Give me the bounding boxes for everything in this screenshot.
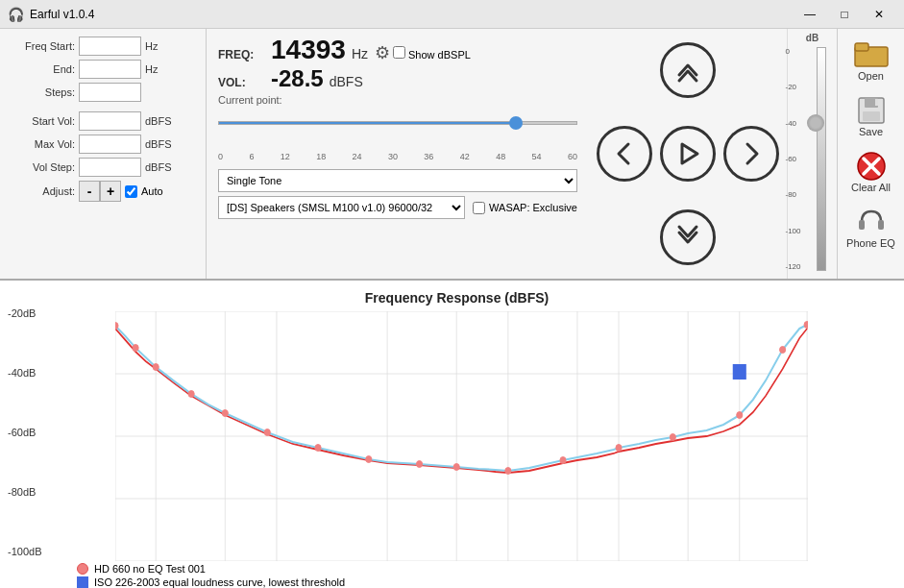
svg-point-39 (453, 464, 459, 471)
adjust-plus-button[interactable]: + (100, 181, 121, 202)
titlebar: 🎧 Earful v1.0.4 — □ ✕ (0, 0, 904, 29)
phone-eq-button[interactable]: Phone EQ (843, 202, 899, 254)
save-label: Save (859, 126, 883, 137)
y-axis-labels: -20dB -40dB -60dB -80dB -100dB (8, 307, 41, 557)
chevron-left-icon (611, 140, 638, 167)
svg-marker-0 (682, 144, 697, 163)
left-controls: Freq Start: 20 Hz End: 20000 Hz Steps: 6… (0, 29, 207, 279)
clear-all-label: Clear All (851, 182, 891, 193)
start-vol-row: Start Vol: -160 dBFS (10, 111, 196, 131)
vol-value: -28.5 (271, 67, 324, 90)
svg-point-44 (737, 412, 743, 419)
nav-right-button[interactable] (723, 126, 779, 182)
vol-step-label: Vol Step: (10, 161, 75, 173)
tick-18: 18 (316, 152, 326, 161)
svg-point-35 (264, 429, 270, 436)
y-label-80: -80dB (8, 486, 41, 498)
svg-point-34 (222, 410, 228, 417)
svg-rect-11 (878, 220, 884, 230)
slider-fill (219, 122, 516, 124)
mode-dropdown-row: Single Tone (218, 169, 577, 192)
right-toolbar: Open Save Clear A (837, 29, 904, 279)
chart-legend: HD 660 no EQ Test 001 ISO 226-2003 equal… (77, 563, 345, 588)
close-button[interactable]: ✕ (862, 0, 896, 29)
open-icon (854, 39, 889, 70)
svg-point-41 (560, 457, 566, 464)
steps-input[interactable]: 64 (79, 83, 141, 102)
freq-value: 14393 (271, 37, 346, 63)
current-point-label: Current point: (218, 94, 577, 106)
svg-point-32 (153, 364, 159, 371)
device-dropdown-row: [DS] Speakers (SMSL M100 v1.0) 96000/32 … (218, 196, 577, 219)
slider-thumb[interactable] (509, 116, 523, 130)
db-scale-bar (817, 47, 826, 271)
nav-play-button[interactable] (660, 126, 716, 182)
y-label-60: -60dB (8, 427, 41, 438)
nav-down-button[interactable] (660, 209, 716, 265)
settings-icon[interactable]: ⚙ (375, 42, 390, 63)
steps-row: Steps: 64 (10, 83, 196, 102)
db-scale-labels: 0 -20 -40 -60 -80 -100 -120 (786, 47, 801, 271)
max-vol-input[interactable]: -20 (79, 135, 141, 154)
wasap-row: WASAP: Exclusive (473, 202, 577, 214)
wasap-checkbox[interactable] (473, 202, 485, 214)
open-button[interactable]: Open (843, 35, 899, 86)
legend-iso-label: ISO 226-2003 equal loudness curve, lowes… (94, 576, 345, 588)
svg-rect-6 (875, 99, 878, 106)
max-vol-label: Max Vol: (10, 138, 75, 150)
nav-left-button[interactable] (597, 126, 652, 182)
svg-rect-2 (855, 43, 868, 51)
maximize-button[interactable]: □ (827, 0, 862, 29)
slider-track (218, 121, 577, 125)
mode-dropdown[interactable]: Single Tone (218, 169, 577, 192)
adjust-row: Adjust: - + Auto (10, 181, 196, 202)
chart-section: Frequency Response (dBFS) (0, 281, 904, 588)
steps-label: Steps: (10, 86, 75, 98)
vol-step-input[interactable]: -0.5 (79, 158, 141, 177)
chevron-up-icon (673, 56, 702, 85)
tick-54: 54 (532, 152, 542, 161)
svg-point-33 (188, 391, 194, 398)
show-dbspl-label: Show dBSPL (408, 49, 471, 61)
tick-0: 0 (218, 152, 223, 161)
slider-container (218, 108, 577, 136)
vol-step-unit: dBFS (145, 161, 172, 173)
db-scale-thumb[interactable] (807, 114, 824, 132)
db-top-label: dB (806, 33, 818, 43)
nav-up-row (660, 42, 716, 98)
tick-24: 24 (353, 152, 362, 161)
chevron-down-icon (673, 223, 702, 252)
tick-6: 6 (249, 152, 254, 161)
tick-36: 36 (424, 152, 433, 161)
clear-all-button[interactable]: Clear All (843, 146, 899, 198)
svg-point-30 (115, 323, 118, 330)
end-input[interactable]: 20000 (79, 60, 141, 79)
legend-iso: ISO 226-2003 equal loudness curve, lowes… (77, 576, 345, 588)
y-label-20: -20dB (8, 307, 41, 319)
start-vol-label: Start Vol: (10, 115, 75, 127)
start-vol-input[interactable]: -160 (79, 111, 141, 131)
legend-hd660: HD 660 no EQ Test 001 (77, 563, 345, 575)
tick-30: 30 (388, 152, 398, 161)
svg-rect-5 (863, 111, 880, 121)
app-title: Earful v1.0.4 (30, 8, 793, 21)
freq-key: FREQ: (218, 48, 271, 61)
chart-title: Frequency Response (dBFS) (58, 290, 856, 306)
wasap-label: WASAP: Exclusive (489, 202, 577, 213)
end-row: End: 20000 Hz (10, 60, 196, 79)
chevron-right-icon (738, 140, 765, 167)
adjust-minus-button[interactable]: - (79, 181, 100, 202)
device-dropdown[interactable]: [DS] Speakers (SMSL M100 v1.0) 96000/32 (218, 196, 465, 219)
minimize-button[interactable]: — (793, 0, 827, 29)
auto-checkbox[interactable] (125, 185, 137, 198)
show-dbspl-checkbox[interactable] (393, 46, 405, 59)
play-icon (674, 140, 701, 167)
tick-48: 48 (496, 152, 505, 161)
save-button[interactable]: Save (843, 90, 899, 142)
svg-rect-10 (859, 220, 865, 230)
freq-start-input[interactable]: 20 (79, 37, 141, 56)
max-vol-row: Max Vol: -20 dBFS (10, 135, 196, 154)
vol-key: VOL: (218, 76, 271, 89)
tick-12: 12 (281, 152, 290, 161)
nav-up-button[interactable] (660, 42, 716, 98)
